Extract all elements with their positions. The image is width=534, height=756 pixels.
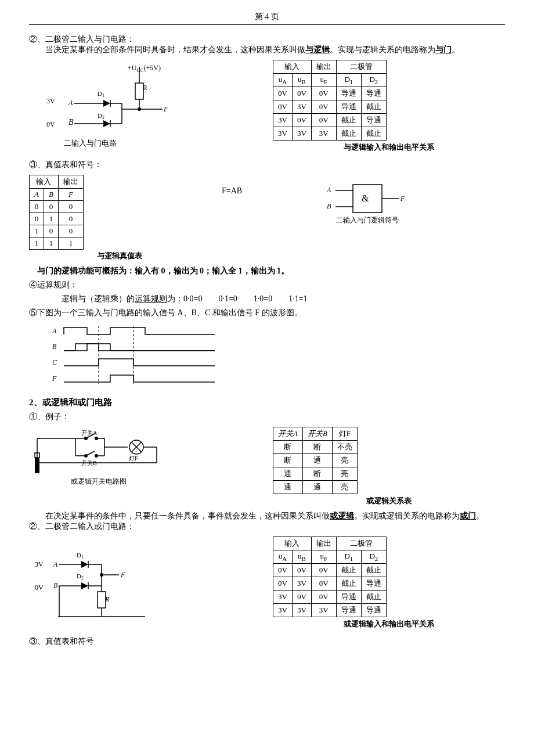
and-intro2: 当决定某事件的全部条件同时具备时，结果才会发生，这种因果关系叫做与逻辑。实现与逻… — [29, 45, 505, 55]
or-diode-table-el: 输入 输出 二极管 uA uB uF D1 D2 0V0V0V截止截止 0V3V… — [273, 537, 387, 617]
svg-text:+UCC(+5V): +UCC(+5V) — [128, 64, 161, 73]
and-circuit-left: +UCC(+5V) R 3V 0V A B — [29, 60, 261, 155]
or-switch-table: 开关A 开关B 灯F 断断不亮 断通亮 通断亮 通通亮 或逻辑关系表 — [273, 427, 505, 506]
table-row: 000 — [30, 201, 84, 213]
or-diode-circuit: 3V 0V A B D1 D2 — [29, 537, 261, 632]
or-truth-title: ③、真值表和符号 — [29, 636, 505, 647]
svg-text:D1: D1 — [98, 90, 104, 98]
svg-marker-83 — [81, 561, 88, 568]
truth-row: 输入 输出 A B F 000 010 100 111 与逻辑真值表 — [29, 175, 505, 261]
table-row: 0V3V0V截止导通 — [273, 577, 387, 590]
svg-text:3V: 3V — [46, 97, 55, 105]
truth-table: 输入 输出 A B F 000 010 100 111 — [29, 175, 84, 250]
fab-formula: F=AB — [222, 186, 242, 196]
svg-text:F: F — [163, 105, 168, 113]
rule-title: ④运算规则： — [29, 280, 505, 290]
svg-marker-13 — [103, 100, 110, 107]
svg-rect-96 — [98, 592, 106, 608]
table-row: 0V3V0V导通截止 — [273, 100, 387, 113]
svg-text:F: F — [120, 571, 125, 579]
svg-rect-44 — [35, 459, 39, 473]
table-row: 3V3V3V截止截止 — [273, 127, 387, 140]
or-diode-row: 3V 0V A B D1 D2 — [29, 537, 505, 632]
svg-marker-88 — [81, 582, 88, 589]
table-row: 通通亮 — [273, 481, 358, 494]
or-intro: 在决定某事件的条件中，只要任一条件具备，事件就会发生，这种因果关系叫做或逻辑。实… — [29, 511, 505, 521]
svg-text:二输入与门电路: 二输入与门电路 — [64, 139, 117, 147]
waveform-area: A B C F — [52, 323, 505, 389]
or-switch-svg: 开关A 开关B 灯F — [29, 427, 192, 491]
table-row: 0V0V0V截止截止 — [273, 563, 387, 577]
svg-marker-18 — [103, 120, 110, 127]
svg-point-93 — [100, 573, 103, 577]
or-switch-caption: 或逻辑关系表 — [273, 496, 505, 506]
svg-text:D2: D2 — [98, 112, 104, 120]
table-row: 0V0V0V导通导通 — [273, 87, 387, 100]
or-diode-table: 输入 输出 二极管 uA uB uF D1 D2 0V0V0V截止截止 0V3V… — [273, 537, 505, 629]
and-gate-section: ②、二极管二输入与门电路： 当决定某事件的全部条件同时具备时，结果才会发生，这种… — [29, 34, 505, 389]
table-row: 3V3V3V导通导通 — [273, 603, 387, 617]
and-intro1: ②、二极管二输入与门电路： — [29, 34, 505, 45]
table-row: 111 — [30, 237, 84, 250]
and-circuit-row: +UCC(+5V) R 3V 0V A B — [29, 60, 505, 155]
svg-text:3V: 3V — [35, 560, 44, 568]
or-diode-title: ②、二极管二输入或门电路： — [29, 521, 505, 532]
and-logic-symbol-svg: A B & F 二输入与门逻辑符号 — [324, 175, 440, 227]
table-row: 100 — [30, 225, 84, 237]
or-example-title: ①、例子： — [29, 412, 505, 422]
svg-text:F: F — [52, 375, 57, 383]
or-section-title: 2、或逻辑和或门电路 — [29, 397, 505, 408]
truth-left: 输入 输出 A B F 000 010 100 111 与逻辑真值表 — [29, 175, 210, 261]
svg-text:&: & — [362, 193, 369, 203]
rule-text: 逻辑与（逻辑乘）的运算规则为：0·0=0 0·1=0 1·0=0 1·1=1 — [45, 294, 505, 304]
svg-text:0V: 0V — [46, 120, 55, 128]
or-diode-svg: 3V 0V A B D1 D2 — [29, 537, 180, 629]
or-example-row: 开关A 开关B 灯F — [29, 427, 505, 506]
formula-area: F=AB — [222, 175, 312, 196]
or-switch-table-el: 开关A 开关B 灯F 断断不亮 断通亮 通断亮 通通亮 — [273, 427, 358, 494]
svg-text:B: B — [52, 343, 57, 351]
table-row: 3V0V0V截止导通 — [273, 113, 387, 127]
svg-text:0V: 0V — [35, 584, 44, 592]
truth-table-caption: 与逻辑真值表 — [29, 251, 210, 261]
wave-note: ⑤下图为一个三输入与门电路的输入信号 A、B、C 和输出信号 F 的波形图。 — [29, 308, 505, 318]
table-row: 断断不亮 — [273, 441, 358, 454]
svg-text:C: C — [52, 358, 57, 366]
svg-text:A: A — [53, 560, 58, 568]
svg-rect-3 — [135, 83, 143, 99]
svg-text:B: B — [53, 581, 58, 589]
svg-text:二输入与门逻辑符号: 二输入与门逻辑符号 — [336, 216, 399, 224]
svg-text:或逻辑开关电路图: 或逻辑开关电路图 — [71, 477, 127, 485]
and-circuit-svg: +UCC(+5V) R 3V 0V A B — [29, 60, 203, 153]
svg-text:F: F — [400, 195, 405, 203]
waveform-svg: A B C F — [52, 323, 284, 387]
svg-text:A: A — [68, 99, 73, 107]
logic-symbol-area: A B & F 二输入与门逻辑符号 — [324, 175, 505, 229]
svg-text:R: R — [104, 595, 110, 603]
svg-text:灯F: 灯F — [129, 455, 138, 462]
and-table-right: 输入 输出 二极管 uA uB uF D1 D2 0V0V0V导通导通 0V3V… — [273, 60, 505, 153]
svg-text:B: B — [68, 118, 74, 127]
and-electrical-table: 输入 输出 二极管 uA uB uF D1 D2 0V0V0V导通导通 0V3V… — [273, 60, 387, 141]
page-header: 第 4 页 — [29, 12, 505, 25]
table-row: 3V0V0V导通截止 — [273, 590, 387, 603]
svg-line-60 — [86, 451, 95, 456]
svg-text:D2: D2 — [77, 573, 84, 581]
or-gate-section: 2、或逻辑和或门电路 ①、例子： — [29, 397, 505, 647]
svg-text:B: B — [327, 202, 331, 210]
svg-text:开关A: 开关A — [81, 430, 98, 436]
or-diode-table-caption: 或逻辑输入和输出电平关系 — [273, 619, 505, 629]
and-table-caption: 与逻辑输入和输出电平关系 — [273, 142, 505, 153]
truth-title: ③、真值表和符号： — [29, 160, 505, 170]
table-row: 通断亮 — [273, 467, 358, 481]
or-switch-circuit: 开关A 开关B 灯F — [29, 427, 261, 493]
table-row: 010 — [30, 213, 84, 225]
svg-text:A: A — [326, 186, 331, 194]
function-desc: 与门的逻辑功能可概括为：输入有 0，输出为 0；输入全 1，输出为 1。 — [29, 266, 505, 276]
svg-text:A: A — [52, 327, 57, 335]
svg-text:D1: D1 — [77, 552, 84, 560]
table-row: 断通亮 — [273, 454, 358, 467]
page-number: 第 4 页 — [255, 12, 279, 21]
